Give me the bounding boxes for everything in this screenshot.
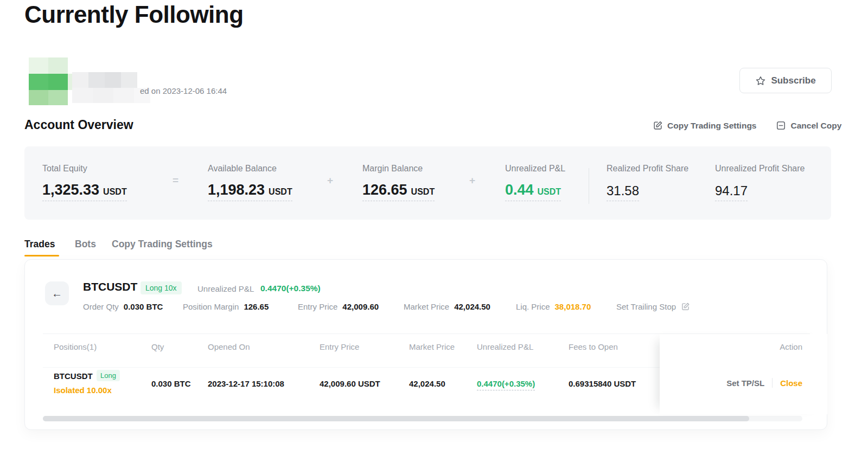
- account-overview-panel: Total Equity 1,325.33 USDT = Available B…: [24, 146, 831, 220]
- plus-operator: +: [469, 175, 475, 187]
- row-actions: Set TP/SL Close: [726, 378, 802, 388]
- followed-on-text: ed on 2023-12-06 16:44: [140, 86, 227, 95]
- back-arrow-icon: ←: [52, 287, 62, 300]
- stat-label: Margin Balance: [362, 164, 423, 174]
- trades-card: ← BTCUSDT Long 10x Unrealized P&L 0.4470…: [24, 259, 827, 430]
- stat-margin-balance-value: 126.65 USDT: [362, 182, 435, 201]
- col-header-market-price: Market Price: [409, 342, 455, 351]
- col-header-action: Action: [780, 342, 802, 351]
- account-overview-title: Account Overview: [24, 118, 133, 132]
- side-leverage-badge: Long 10x: [141, 281, 182, 294]
- stat-unrealized-pnl: Unrealized P&L: [505, 164, 565, 174]
- stat-unrealized-profit-share-value: 94.17: [715, 183, 748, 201]
- col-header-unrealized-pnl: Unrealized P&L: [477, 342, 533, 351]
- liq-price-field: Liq. Price 38,018.70: [516, 302, 591, 311]
- stat-label: Realized Profit Share: [607, 164, 688, 174]
- row-market-price: 42,024.50: [409, 379, 445, 388]
- page-title: Currently Following: [24, 1, 244, 28]
- row-opened-on: 2023-12-17 15:10:08: [208, 379, 284, 388]
- copy-trading-settings-link[interactable]: Copy Trading Settings: [653, 120, 756, 131]
- cancel-copy-label: Cancel Copy: [790, 121, 841, 131]
- close-position-button[interactable]: Close: [780, 378, 802, 388]
- edit-icon: [681, 302, 690, 311]
- stats-divider: [589, 168, 589, 204]
- stat-total-equity: Total Equity: [42, 164, 87, 174]
- row-qty: 0.030 BTC: [151, 379, 191, 388]
- action-separator: [772, 378, 773, 388]
- stat-unrealized-profit-share: Unrealized Profit Share: [715, 164, 805, 174]
- row-symbol: BTCUSDT: [54, 371, 93, 381]
- set-trailing-stop-button[interactable]: Set Trailing Stop: [616, 302, 690, 311]
- stat-label: Total Equity: [42, 164, 87, 174]
- unrealized-pnl-value: 0.4470(+0.35%): [260, 284, 321, 293]
- subscribe-label: Subscribe: [771, 75, 815, 86]
- col-header-entry-price: Entry Price: [320, 342, 359, 351]
- row-fees-to-open: 0.69315840 USDT: [569, 379, 636, 388]
- col-header-qty: Qty: [151, 342, 164, 351]
- stat-unrealized-pnl-value: 0.44 USDT: [505, 182, 561, 201]
- position-symbol: BTCUSDT: [83, 280, 137, 293]
- position-margin-field: Position Margin 126.65: [183, 302, 269, 311]
- copy-trading-settings-label: Copy Trading Settings: [667, 121, 756, 131]
- market-price-field: Market Price 42,024.50: [404, 302, 490, 311]
- col-header-positions: Positions(1): [54, 342, 97, 351]
- stat-label: Available Balance: [208, 164, 277, 174]
- order-qty-field: Order Qty 0.030 BTC: [83, 302, 163, 311]
- row-unrealized-pnl: 0.4470(+0.35%): [477, 379, 535, 390]
- stat-realized-profit-share-value: 31.58: [607, 183, 639, 201]
- unrealized-pnl-label: Unrealized P&L: [197, 284, 254, 293]
- tab-trades[interactable]: Trades: [24, 239, 55, 250]
- edit-icon: [653, 120, 663, 131]
- stat-realized-profit-share: Realized Profit Share: [607, 164, 688, 174]
- stat-label: Unrealized P&L: [505, 164, 565, 174]
- stat-available-balance-value: 1,198.23 USDT: [208, 182, 292, 201]
- stat-margin-balance: Margin Balance: [362, 164, 423, 174]
- horizontal-scrollbar-thumb[interactable]: [43, 416, 749, 421]
- col-header-fees-to-open: Fees to Open: [569, 342, 618, 351]
- stat-available-balance: Available Balance: [208, 164, 277, 174]
- row-entry-price: 42,009.60 USDT: [320, 379, 380, 388]
- stat-label: Unrealized Profit Share: [715, 164, 805, 174]
- currently-following-page: Currently Following ed on 2023-12-06 16:…: [0, 0, 868, 462]
- tab-bots[interactable]: Bots: [75, 239, 96, 250]
- tab-copy-trading-settings[interactable]: Copy Trading Settings: [112, 239, 213, 250]
- minus-square-icon: [776, 120, 786, 131]
- active-tab-underline: [24, 255, 59, 256]
- col-header-opened-on: Opened On: [208, 342, 250, 351]
- account-overview-actions: Copy Trading Settings Cancel Copy: [653, 120, 841, 131]
- entry-price-field: Entry Price 42,009.60: [298, 302, 379, 311]
- row-side-badge: Long: [97, 370, 120, 381]
- stat-total-equity-value: 1,325.33 USDT: [42, 182, 127, 201]
- subscribe-button[interactable]: Subscribe: [739, 68, 832, 93]
- equals-operator: =: [173, 175, 178, 187]
- star-icon: [755, 75, 766, 86]
- cancel-copy-link[interactable]: Cancel Copy: [776, 120, 841, 131]
- plus-operator: +: [327, 175, 333, 187]
- set-tpsl-button[interactable]: Set TP/SL: [726, 378, 764, 388]
- row-margin-mode: Isolated 10.00x: [54, 386, 112, 395]
- back-button[interactable]: ←: [45, 281, 69, 305]
